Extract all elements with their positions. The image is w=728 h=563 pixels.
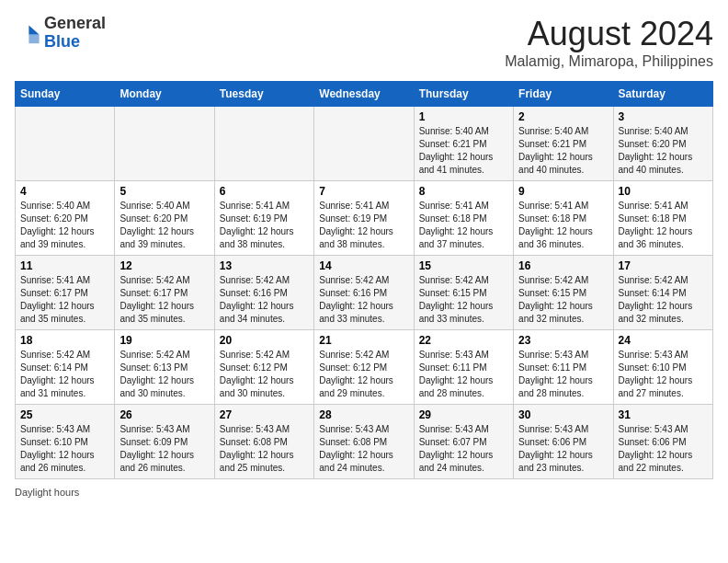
day-detail: Sunrise: 5:40 AMSunset: 6:20 PMDaylight:… [119,200,209,251]
day-cell: 12Sunrise: 5:42 AMSunset: 6:17 PMDayligh… [115,256,214,330]
day-cell: 11Sunrise: 5:41 AMSunset: 6:17 PMDayligh… [16,256,115,330]
day-number: 6 [220,185,309,198]
day-detail: Sunrise: 5:41 AMSunset: 6:18 PMDaylight:… [419,200,508,251]
day-cell [16,107,115,181]
day-detail: Sunrise: 5:43 AMSunset: 6:11 PMDaylight:… [419,349,508,400]
day-detail: Sunrise: 5:43 AMSunset: 6:10 PMDaylight:… [20,423,109,475]
week-row-3: 11Sunrise: 5:41 AMSunset: 6:17 PMDayligh… [16,256,713,330]
day-number: 25 [20,408,109,421]
day-cell [115,107,214,181]
day-number: 31 [619,408,708,421]
day-cell: 28Sunrise: 5:43 AMSunset: 6:08 PMDayligh… [314,405,414,479]
day-number: 14 [319,259,408,272]
day-number: 30 [518,408,608,421]
day-cell: 1Sunrise: 5:40 AMSunset: 6:21 PMDaylight… [414,107,513,181]
day-cell: 13Sunrise: 5:42 AMSunset: 6:16 PMDayligh… [214,256,313,330]
day-detail: Sunrise: 5:41 AMSunset: 6:18 PMDaylight:… [619,200,708,251]
day-detail: Sunrise: 5:41 AMSunset: 6:17 PMDaylight:… [20,274,109,326]
day-detail: Sunrise: 5:43 AMSunset: 6:11 PMDaylight:… [518,349,608,400]
day-header-saturday: Saturday [613,82,712,107]
day-detail: Sunrise: 5:41 AMSunset: 6:18 PMDaylight:… [518,200,608,251]
day-cell: 25Sunrise: 5:43 AMSunset: 6:10 PMDayligh… [16,405,115,479]
day-number: 9 [518,185,608,198]
day-header-friday: Friday [514,82,613,107]
day-cell: 15Sunrise: 5:42 AMSunset: 6:15 PMDayligh… [414,256,513,330]
day-detail: Sunrise: 5:40 AMSunset: 6:21 PMDaylight:… [419,125,508,177]
day-cell: 26Sunrise: 5:43 AMSunset: 6:09 PMDayligh… [115,405,214,479]
day-header-sunday: Sunday [16,82,115,107]
page-header: General Blue August 2024 Malamig, Mimaro… [15,15,713,70]
day-detail: Sunrise: 5:42 AMSunset: 6:13 PMDaylight:… [119,349,209,400]
calendar-subtitle: Malamig, Mimaropa, Philippines [505,53,713,70]
day-number: 3 [619,110,708,123]
day-number: 1 [419,110,508,123]
day-cell: 24Sunrise: 5:43 AMSunset: 6:10 PMDayligh… [613,330,712,405]
day-number: 11 [20,259,109,272]
day-detail: Sunrise: 5:42 AMSunset: 6:17 PMDaylight:… [119,274,209,326]
day-cell: 9Sunrise: 5:41 AMSunset: 6:18 PMDaylight… [514,181,613,256]
day-detail: Sunrise: 5:42 AMSunset: 6:15 PMDaylight:… [518,274,608,326]
day-detail: Sunrise: 5:43 AMSunset: 6:06 PMDaylight:… [518,423,608,475]
day-detail: Sunrise: 5:41 AMSunset: 6:19 PMDaylight:… [220,200,309,251]
day-number: 12 [119,259,209,272]
day-cell: 7Sunrise: 5:41 AMSunset: 6:19 PMDaylight… [314,181,414,256]
day-number: 13 [220,259,309,272]
calendar-body: 1Sunrise: 5:40 AMSunset: 6:21 PMDaylight… [16,107,713,479]
day-cell: 3Sunrise: 5:40 AMSunset: 6:20 PMDaylight… [613,107,712,181]
day-number: 18 [20,334,109,347]
day-number: 15 [419,259,508,272]
day-header-tuesday: Tuesday [214,82,313,107]
day-number: 28 [319,408,408,421]
day-cell: 10Sunrise: 5:41 AMSunset: 6:18 PMDayligh… [613,181,712,256]
calendar-title: August 2024 [505,15,713,53]
day-detail: Sunrise: 5:41 AMSunset: 6:19 PMDaylight:… [319,200,408,251]
day-detail: Sunrise: 5:43 AMSunset: 6:08 PMDaylight:… [319,423,408,475]
day-detail: Sunrise: 5:42 AMSunset: 6:14 PMDaylight:… [20,349,109,400]
day-number: 16 [518,259,608,272]
day-detail: Sunrise: 5:40 AMSunset: 6:20 PMDaylight:… [619,125,708,177]
day-cell: 30Sunrise: 5:43 AMSunset: 6:06 PMDayligh… [514,405,613,479]
day-number: 10 [619,185,708,198]
day-detail: Sunrise: 5:43 AMSunset: 6:10 PMDaylight:… [619,349,708,400]
day-detail: Sunrise: 5:42 AMSunset: 6:12 PMDaylight:… [220,349,309,400]
footer: Daylight hours [15,487,713,498]
day-cell: 6Sunrise: 5:41 AMSunset: 6:19 PMDaylight… [214,181,313,256]
logo: General Blue [15,15,106,52]
day-number: 24 [619,334,708,347]
day-number: 26 [119,408,209,421]
day-detail: Sunrise: 5:42 AMSunset: 6:12 PMDaylight:… [319,349,408,400]
day-cell: 22Sunrise: 5:43 AMSunset: 6:11 PMDayligh… [414,330,513,405]
day-header-monday: Monday [115,82,214,107]
day-cell: 17Sunrise: 5:42 AMSunset: 6:14 PMDayligh… [613,256,712,330]
day-cell: 27Sunrise: 5:43 AMSunset: 6:08 PMDayligh… [214,405,313,479]
day-cell: 29Sunrise: 5:43 AMSunset: 6:07 PMDayligh… [414,405,513,479]
week-row-5: 25Sunrise: 5:43 AMSunset: 6:10 PMDayligh… [16,405,713,479]
day-header-wednesday: Wednesday [314,82,414,107]
week-row-2: 4Sunrise: 5:40 AMSunset: 6:20 PMDaylight… [16,181,713,256]
day-detail: Sunrise: 5:40 AMSunset: 6:20 PMDaylight:… [20,200,109,251]
day-cell: 2Sunrise: 5:40 AMSunset: 6:21 PMDaylight… [514,107,613,181]
day-number: 29 [419,408,508,421]
day-number: 17 [619,259,708,272]
day-detail: Sunrise: 5:42 AMSunset: 6:16 PMDaylight:… [319,274,408,326]
day-cell: 21Sunrise: 5:42 AMSunset: 6:12 PMDayligh… [314,330,414,405]
title-block: August 2024 Malamig, Mimaropa, Philippin… [505,15,713,70]
svg-marker-0 [28,25,39,34]
day-cell: 5Sunrise: 5:40 AMSunset: 6:20 PMDaylight… [115,181,214,256]
week-row-4: 18Sunrise: 5:42 AMSunset: 6:14 PMDayligh… [16,330,713,405]
day-detail: Sunrise: 5:42 AMSunset: 6:15 PMDaylight:… [419,274,508,326]
day-detail: Sunrise: 5:43 AMSunset: 6:09 PMDaylight:… [119,423,209,475]
day-cell [314,107,414,181]
day-cell: 16Sunrise: 5:42 AMSunset: 6:15 PMDayligh… [514,256,613,330]
day-number: 19 [119,334,209,347]
day-detail: Sunrise: 5:42 AMSunset: 6:14 PMDaylight:… [619,274,708,326]
day-header-thursday: Thursday [414,82,513,107]
day-number: 20 [220,334,309,347]
day-cell: 23Sunrise: 5:43 AMSunset: 6:11 PMDayligh… [514,330,613,405]
day-cell: 8Sunrise: 5:41 AMSunset: 6:18 PMDaylight… [414,181,513,256]
day-detail: Sunrise: 5:43 AMSunset: 6:06 PMDaylight:… [619,423,708,475]
day-detail: Sunrise: 5:40 AMSunset: 6:21 PMDaylight:… [518,125,608,177]
day-cell: 19Sunrise: 5:42 AMSunset: 6:13 PMDayligh… [115,330,214,405]
day-detail: Sunrise: 5:43 AMSunset: 6:08 PMDaylight:… [220,423,309,475]
day-number: 21 [319,334,408,347]
